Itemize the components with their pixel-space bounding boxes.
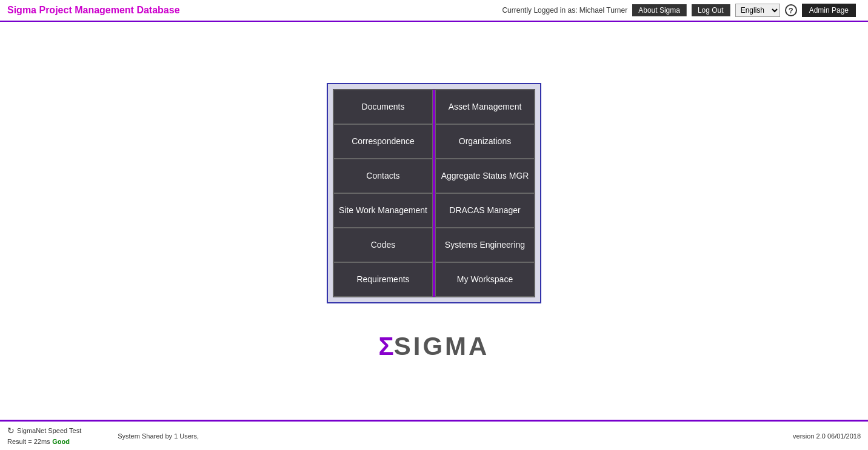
footer-version: version 2.0 06/01/2018 xyxy=(793,432,861,440)
speed-status-text: Good xyxy=(52,438,70,445)
footer-system-info: System Shared by 1 Users, xyxy=(81,432,793,440)
footer: ↻ SigmaNet Speed Test Result = 22ms Good… xyxy=(0,420,868,450)
app-title: Sigma Project Management Database xyxy=(7,5,502,16)
footer-left: ↻ SigmaNet Speed Test Result = 22ms Good xyxy=(7,426,81,446)
codes-button[interactable]: Codes xyxy=(333,228,433,262)
asset-management-button[interactable]: Asset Management xyxy=(435,90,535,124)
sigma-logo-text: SIGMA xyxy=(394,334,490,359)
site-work-management-button[interactable]: Site Work Management xyxy=(333,193,433,228)
about-sigma-button[interactable]: About Sigma xyxy=(632,4,687,16)
header-center: Currently Logged in as: Michael Turner A… xyxy=(502,4,856,17)
logout-button[interactable]: Log Out xyxy=(692,4,730,16)
speed-test-label: SigmaNet Speed Test xyxy=(17,427,81,434)
speed-result-row: Result = 22ms Good xyxy=(7,437,81,446)
header: Sigma Project Management Database Curren… xyxy=(0,0,868,22)
main-content: Documents Asset Management Correspondenc… xyxy=(0,22,868,420)
sigma-symbol-icon: Σ xyxy=(379,334,394,359)
menu-outer-container: Documents Asset Management Correspondenc… xyxy=(327,83,541,303)
correspondence-button[interactable]: Correspondence xyxy=(333,124,433,159)
speed-result-text: Result = 22ms xyxy=(7,438,50,445)
contacts-button[interactable]: Contacts xyxy=(333,159,433,193)
logged-in-text: Currently Logged in as: Michael Turner xyxy=(502,6,627,15)
language-select[interactable]: English Spanish French xyxy=(735,4,780,17)
aggregate-status-button[interactable]: Aggregate Status MGR xyxy=(435,159,535,193)
requirements-button[interactable]: Requirements xyxy=(333,262,433,297)
systems-engineering-button[interactable]: Systems Engineering xyxy=(435,228,535,262)
sigma-logo: Σ SIGMA xyxy=(379,334,490,359)
organizations-button[interactable]: Organizations xyxy=(435,124,535,159)
menu-grid: Documents Asset Management Correspondenc… xyxy=(333,89,535,297)
logo-area: Σ SIGMA xyxy=(379,334,490,359)
refresh-icon[interactable]: ↻ xyxy=(7,426,15,435)
admin-page-button[interactable]: Admin Page xyxy=(802,4,856,17)
help-icon[interactable]: ? xyxy=(785,4,797,16)
dracas-manager-button[interactable]: DRACAS Manager xyxy=(435,193,535,228)
speed-test-row: ↻ SigmaNet Speed Test xyxy=(7,426,81,435)
my-workspace-button[interactable]: My Workspace xyxy=(435,262,535,297)
documents-button[interactable]: Documents xyxy=(333,90,433,124)
